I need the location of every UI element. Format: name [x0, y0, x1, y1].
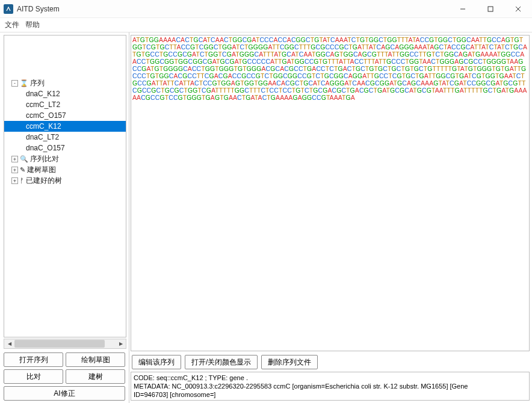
- tree-item[interactable]: ccmC_K12: [4, 121, 126, 132]
- sketch-root-icon: ✎: [20, 164, 25, 175]
- scroll-left-arrow[interactable]: ◀: [4, 339, 14, 348]
- sequence-viewer[interactable]: ATGTGGAAAACACTGCATCAACTGGCGATCCCACCACGGC…: [131, 35, 530, 351]
- build-tree-button[interactable]: 建树: [66, 369, 125, 384]
- tree-item-label: 已建好的树: [26, 175, 62, 186]
- tree-item-label: ccmC_LT2: [26, 99, 60, 110]
- scroll-thumb[interactable]: [14, 340, 105, 348]
- tree-item-label: 序列比对: [30, 153, 59, 164]
- draw-sketch-button[interactable]: 绘制草图: [66, 352, 125, 367]
- close-button[interactable]: [504, 0, 532, 18]
- scroll-right-arrow[interactable]: ▶: [116, 339, 126, 348]
- svg-rect-1: [488, 7, 493, 11]
- tree-expand-icon[interactable]: +: [11, 156, 18, 162]
- metadata-line: METADATA: NC_000913.3:c2296320-2295583 c…: [134, 382, 527, 390]
- tree-item-label: ccmC_O157: [26, 110, 66, 121]
- tree-expand-icon[interactable]: +: [11, 167, 18, 173]
- metadata-box: CODE: seq::ccmC_K12 ; TYPE: gene . METAD…: [131, 372, 530, 401]
- tree-item[interactable]: -⌛序列: [4, 78, 126, 88]
- alignment-root-icon: 🔍: [20, 153, 28, 164]
- sequence-root-icon: ⌛: [20, 78, 28, 88]
- tree-horizontal-scrollbar[interactable]: ◀ ▶: [4, 339, 126, 349]
- tree-item-label: dnaC_K12: [26, 88, 60, 99]
- tree-item-label: dnaC_O157: [26, 143, 65, 153]
- minimize-button[interactable]: [449, 0, 477, 18]
- tree-expand-icon[interactable]: -: [11, 80, 18, 87]
- tree-item[interactable]: +✎建树草图: [4, 164, 126, 175]
- maximize-button[interactable]: [477, 0, 504, 18]
- tree-item[interactable]: +🔍序列比对: [4, 153, 126, 164]
- metadata-line: ID=946703] [chromosome=]: [134, 390, 527, 399]
- tree-item-label: 序列: [30, 78, 45, 88]
- tree-item[interactable]: ccmC_LT2: [4, 99, 126, 110]
- tree-view[interactable]: -⌛序列dnaC_K12ccmC_LT2ccmC_O157ccmC_K12dna…: [4, 35, 126, 337]
- tree-item[interactable]: dnaC_O157: [4, 143, 126, 153]
- align-button[interactable]: 比对: [4, 369, 63, 384]
- toggle-color-button[interactable]: 打开/关闭颜色显示: [185, 355, 258, 369]
- tree-item[interactable]: +ᚠ已建好的树: [4, 175, 126, 186]
- tree-item[interactable]: ccmC_O157: [4, 110, 126, 121]
- tree-item[interactable]: dnaC_LT2: [4, 132, 126, 143]
- menu-file[interactable]: 文件: [5, 20, 19, 30]
- tree-item-label: 建树草图: [27, 164, 56, 175]
- left-panel: -⌛序列dnaC_K12ccmC_LT2ccmC_O157ccmC_K12dna…: [0, 32, 129, 403]
- metadata-line: CODE: seq::ccmC_K12 ; TYPE: gene .: [134, 374, 527, 382]
- right-panel: ATGTGGAAAACACTGCATCAACTGGCGATCCCACCACGGC…: [129, 32, 532, 403]
- tree-item[interactable]: dnaC_K12: [4, 88, 126, 99]
- tree-root-icon: ᚠ: [20, 175, 24, 186]
- edit-sequence-button[interactable]: 编辑该序列: [132, 355, 181, 369]
- title-bar: AITD System: [0, 0, 532, 18]
- app-icon: [4, 4, 13, 14]
- window-title: AITD System: [17, 5, 449, 13]
- menu-help[interactable]: 帮助: [25, 20, 40, 30]
- open-sequence-button[interactable]: 打开序列: [4, 352, 63, 367]
- tree-item-label: ccmC_K12: [26, 121, 61, 132]
- menu-bar: 文件 帮助: [0, 18, 532, 32]
- tree-expand-icon[interactable]: +: [11, 177, 18, 184]
- delete-sequence-button[interactable]: 删除序列文件: [261, 355, 318, 369]
- ai-correct-button[interactable]: AI修正: [4, 386, 125, 401]
- tree-item-label: dnaC_LT2: [26, 132, 59, 143]
